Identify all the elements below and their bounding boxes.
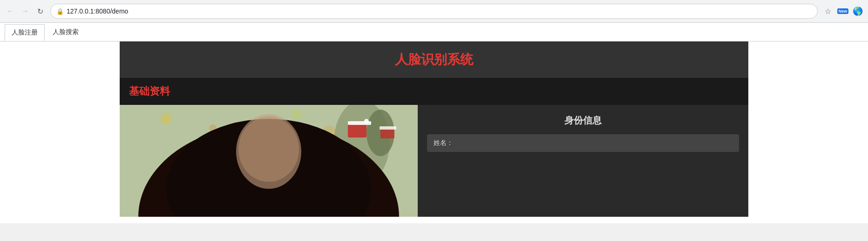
tab-face-register[interactable]: 人脸注册 [5, 24, 45, 41]
app-header: 人脸识别系统 [120, 41, 748, 78]
app-title: 人脸识别系统 [129, 51, 739, 69]
svg-rect-3 [348, 124, 366, 138]
profile-button[interactable]: 🌎 [851, 5, 864, 18]
photo-area [120, 105, 418, 217]
app-nav: 人脸注册 人脸搜索 [0, 23, 868, 41]
browser-actions: ☆ New 🌎 [821, 5, 864, 18]
svg-point-10 [292, 110, 301, 119]
section-title: 基础资料 [129, 84, 739, 98]
forward-button[interactable]: → [19, 5, 32, 18]
svg-point-8 [161, 113, 172, 124]
content-row: 身份信息 姓名： [120, 105, 748, 217]
name-label: 姓名： [434, 139, 453, 146]
forward-icon: → [21, 7, 29, 15]
address-bar[interactable] [67, 7, 812, 15]
refresh-button[interactable]: ↻ [34, 5, 47, 18]
star-button[interactable]: ☆ [821, 5, 834, 18]
photo-svg [120, 105, 418, 217]
identity-panel-title: 身份信息 [427, 114, 739, 127]
nav-buttons: ← → ↻ [4, 5, 47, 18]
profile-icon: 🌎 [853, 6, 863, 16]
svg-point-5 [364, 119, 369, 124]
page-content: 人脸注册 人脸搜索 人脸识别系统 基础资料 [0, 23, 868, 223]
tab-face-search[interactable]: 人脸搜索 [46, 24, 86, 40]
main-area: 人脸识别系统 基础资料 [0, 41, 868, 217]
new-badge-button[interactable]: New [836, 5, 849, 18]
refresh-icon: ↻ [37, 7, 43, 16]
svg-rect-7 [380, 126, 396, 130]
svg-rect-6 [380, 128, 394, 138]
back-icon: ← [7, 7, 14, 15]
svg-point-15 [238, 117, 299, 182]
section-header: 基础资料 [120, 78, 748, 105]
star-icon: ☆ [825, 7, 831, 16]
name-field: 姓名： [427, 134, 739, 152]
face-recognition-app: 人脸识别系统 基础资料 [120, 41, 748, 217]
back-button[interactable]: ← [4, 5, 17, 18]
browser-toolbar: ← → ↻ 🔒 ☆ New 🌎 [0, 0, 868, 22]
photo-background [120, 105, 418, 217]
new-badge-label: New [837, 8, 849, 14]
browser-chrome: ← → ↻ 🔒 ☆ New 🌎 [0, 0, 868, 23]
lock-icon: 🔒 [56, 8, 64, 15]
address-bar-container[interactable]: 🔒 [50, 4, 818, 19]
identity-panel: 身份信息 姓名： [418, 105, 748, 217]
